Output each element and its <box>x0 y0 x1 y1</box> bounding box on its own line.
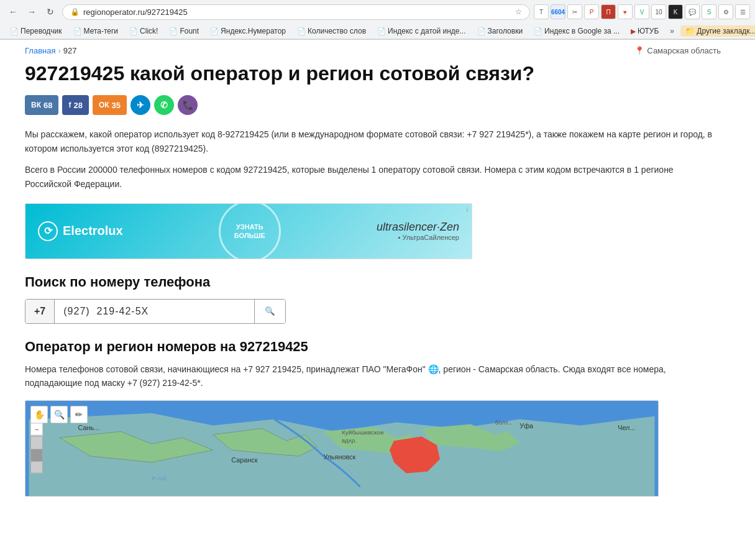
telegram-button[interactable]: ✈ <box>130 95 150 115</box>
svg-text:Чел...: Чел... <box>618 424 635 431</box>
breadcrumb-region: 📍 Самарская область <box>634 46 721 55</box>
bookmark-yandex-num[interactable]: 📄 Яндекс.Нумератор <box>205 25 291 37</box>
svg-text:Куйбышевское: Куйбышевское <box>342 429 384 436</box>
folder-icon-other: 📁 <box>685 27 695 35</box>
social-buttons: ВК 68 f 28 ОК 35 ✈ ✆ 📞 <box>25 95 721 115</box>
viber-button[interactable]: 📞 <box>178 95 198 115</box>
ad-right: ultrasilencer·Zen • УльтраСайленсер <box>377 221 459 241</box>
browser-chrome: ← → ↻ 🔒 regionoperator.ru/927219425 ☆ Т … <box>0 0 755 40</box>
search-section: Поиск по номеру телефона +7 🔍 <box>25 274 721 324</box>
bookmarks-other-folder[interactable]: 📁 Другие закладк... <box>680 25 755 37</box>
breadcrumb-current: 927 <box>63 46 77 55</box>
extension-icon-3[interactable]: ✂ <box>567 4 582 19</box>
phone-prefix: +7 <box>25 300 55 323</box>
svg-text:вдхр.: вдхр. <box>342 437 357 444</box>
back-button[interactable]: ← <box>5 4 21 20</box>
yt-icon: ▶ <box>631 27 636 35</box>
ad-label: i <box>467 206 468 213</box>
folder-icon-4: 📄 <box>169 27 178 35</box>
folder-icon-6: 📄 <box>297 27 306 35</box>
svg-text:Саранск: Саранск <box>231 456 257 463</box>
ad-tagline: ultrasilencer·Zen <box>377 221 459 234</box>
forward-button[interactable]: → <box>24 4 40 20</box>
url-display: regionoperator.ru/927219425 <box>83 7 511 17</box>
bookmark-click[interactable]: 📄 Click! <box>124 25 163 37</box>
breadcrumb-left: Главная › 927 <box>25 46 77 55</box>
bookmark-headings[interactable]: 📄 Заголовки <box>472 25 528 37</box>
phone-search-button[interactable]: 🔍 <box>254 300 285 323</box>
operator-title: Оператор и регион номеров на 927219425 <box>25 339 721 355</box>
folder-icon-7: 📄 <box>377 27 386 35</box>
bookmarks-more-button[interactable]: » <box>665 25 679 37</box>
vk-button[interactable]: ВК 68 <box>25 95 58 115</box>
extension-icon-11[interactable]: S <box>702 4 716 19</box>
main-content: 927219425 какой оператор и регион сотово… <box>12 62 733 524</box>
folder-icon-9: 📄 <box>534 27 542 35</box>
bookmark-google-index[interactable]: 📄 Индекс в Google за ... <box>529 25 625 37</box>
extension-icon-1[interactable]: Т <box>534 4 549 19</box>
svg-text:Уфа: Уфа <box>519 422 534 429</box>
folder-icon-2: 📄 <box>73 27 82 35</box>
vk-count: 68 <box>43 101 52 110</box>
facebook-button[interactable]: f 28 <box>62 95 88 115</box>
extension-icon-13[interactable]: ☰ <box>735 4 750 19</box>
ad-cta-circle[interactable]: УЗНАТЬ БОЛЬШЕ <box>219 203 281 259</box>
extension-icon-8[interactable]: 10 <box>651 4 666 19</box>
map-zoom-controls: − <box>30 423 43 474</box>
extension-icon-9[interactable]: K <box>668 4 683 19</box>
address-bar[interactable]: 🔒 regionoperator.ru/927219425 ☆ <box>62 4 530 20</box>
svg-text:Сань...: Сань... <box>78 424 100 431</box>
browser-icons: Т 6604 ✂ P П ♥ V 10 K 💬 S ⚙ ☰ <box>534 4 750 19</box>
brand-name: Electrolux <box>63 224 123 238</box>
ad-banner[interactable]: i ⟳ Electrolux УЗНАТЬ БОЛЬШЕ ultrasilenc… <box>25 203 472 259</box>
bookmark-youtube[interactable]: ▶ ЮТУБ <box>626 25 664 37</box>
extension-icon-2[interactable]: 6604 <box>551 4 565 19</box>
folder-icon-5: 📄 <box>210 27 219 35</box>
search-title: Поиск по номеру телефона <box>25 274 721 290</box>
refresh-button[interactable]: ↻ <box>42 4 58 20</box>
ad-sub: • УльтраСайленсер <box>377 234 459 241</box>
extension-icon-6[interactable]: ♥ <box>618 4 633 19</box>
electrolux-icon: ⟳ <box>38 221 58 241</box>
ad-logo: ⟳ Electrolux <box>38 221 123 241</box>
extension-icon-10[interactable]: 💬 <box>685 4 700 19</box>
pin-icon: 📍 <box>634 46 644 55</box>
breadcrumb-separator: › <box>58 46 60 55</box>
search-icon: 🔍 <box>265 306 275 316</box>
nav-buttons: ← → ↻ <box>5 4 58 20</box>
page-title: 927219425 какой оператор и регион сотово… <box>25 62 721 85</box>
map-edit-tool[interactable]: ✏ <box>70 406 88 423</box>
bookmark-word-count[interactable]: 📄 Количество слов <box>292 25 371 37</box>
extension-icon-7[interactable]: V <box>634 4 649 19</box>
whatsapp-button[interactable]: ✆ <box>154 95 174 115</box>
ok-count: 35 <box>112 101 121 110</box>
bookmark-index-date[interactable]: 📄 Индекс с датой инде... <box>372 25 470 37</box>
breadcrumb: Главная › 927 📍 Самарская область <box>12 40 733 62</box>
map-controls: ✋ 🔍 ✏ <box>30 406 88 423</box>
odnoklassniki-button[interactable]: ОК 35 <box>93 95 127 115</box>
vi-icon: 📞 <box>183 100 193 110</box>
bookmark-fount[interactable]: 📄 Fount <box>164 25 204 37</box>
star-icon[interactable]: ☆ <box>515 7 522 16</box>
extension-icon-5[interactable]: П <box>601 4 616 19</box>
map-container[interactable]: ✋ 🔍 ✏ − <box>25 400 659 497</box>
bookmark-translator[interactable]: 📄 Переводчик <box>5 25 67 37</box>
extension-icon-4[interactable]: P <box>584 4 599 19</box>
ad-brand: ⟳ Electrolux <box>38 221 123 241</box>
ad-cta-text: УЗНАТЬ БОЛЬШЕ <box>234 223 265 241</box>
fb-icon: f <box>68 101 71 109</box>
svg-text:болт...: болт... <box>495 418 513 425</box>
description-paragraph-2: Всего в России 200000 телефонных номеров… <box>25 163 721 191</box>
ok-icon: ОК <box>99 101 109 109</box>
map-zoom-out[interactable]: − <box>30 423 43 436</box>
map-zoom-tool[interactable]: 🔍 <box>50 406 68 423</box>
folder-icon: 📄 <box>10 27 19 35</box>
page-wrapper: Главная › 927 📍 Самарская область 927219… <box>0 40 746 524</box>
breadcrumb-home-link[interactable]: Главная <box>25 46 55 55</box>
svg-text:Ульяновск: Ульяновск <box>323 453 355 461</box>
phone-input[interactable] <box>55 300 254 323</box>
svg-text:Р-АЙ...: Р-АЙ... <box>152 475 172 482</box>
bookmark-meta[interactable]: 📄 Мета-теги <box>68 25 124 37</box>
map-hand-tool[interactable]: ✋ <box>30 406 48 423</box>
extension-icon-12[interactable]: ⚙ <box>718 4 733 19</box>
